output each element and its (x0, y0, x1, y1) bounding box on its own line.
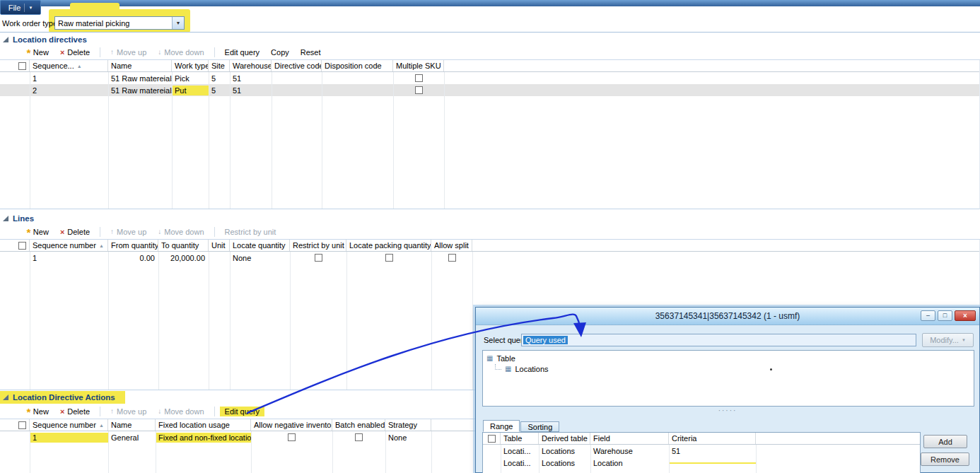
cell-sequence: 2 (30, 86, 108, 95)
cell-criteria[interactable]: 51 (669, 446, 756, 456)
remove-button[interactable]: Remove (921, 452, 969, 466)
column-header-sequence[interactable]: Sequence...▲ (30, 60, 108, 71)
tree-node-locations[interactable]: ▦ Locations (495, 363, 970, 374)
splitter-handle[interactable]: ····· (476, 409, 979, 412)
column-header-table[interactable]: Table (501, 433, 539, 444)
column-header-disposition-code[interactable]: Disposition code (322, 60, 393, 71)
dialog-title-bar[interactable]: 35637145341|35637145342 (1 - usmf) – □ × (476, 308, 979, 325)
copy-button[interactable]: Copy (266, 47, 294, 57)
grid-header-row: Sequence number▲ From quantity To quanti… (0, 240, 979, 252)
cell-restrict-by-unit (290, 253, 346, 262)
column-header-batch-enabled[interactable]: Batch enabled (332, 419, 385, 431)
column-header-field[interactable]: Field (590, 433, 669, 444)
cell-criteria-highlighted[interactable] (669, 462, 756, 464)
edit-query-button[interactable]: Edit query (220, 47, 265, 57)
column-header-directive-code[interactable]: Directive code (272, 60, 322, 71)
edit-query-button[interactable]: Edit query (220, 407, 265, 416)
table-row-selected[interactable]: 2 51 Raw matereials Put 5 51 (0, 84, 979, 96)
move-up-button[interactable]: ↑Move up (105, 47, 151, 57)
row-selector[interactable] (0, 90, 30, 91)
add-button[interactable]: Add (923, 435, 967, 448)
batch-enabled-checkbox[interactable] (355, 433, 363, 441)
select-all-checkbox[interactable] (18, 62, 26, 70)
column-header-unit[interactable]: Unit (209, 240, 230, 251)
allow-negative-inventory-checkbox[interactable] (288, 433, 296, 441)
section-title: Location directives (13, 35, 87, 44)
move-down-button[interactable]: ↓Move down (153, 407, 209, 416)
new-button[interactable]: *New (21, 407, 54, 416)
work-order-type-select[interactable]: Raw material picking ▼ (54, 16, 185, 30)
file-menu-button[interactable]: File ▼ (0, 0, 41, 15)
section-header-location-directives[interactable]: Location directives (0, 33, 87, 46)
column-header-multiple-sku[interactable]: Multiple SKU (393, 60, 444, 71)
column-header-from-quantity[interactable]: From quantity (108, 240, 158, 251)
column-header-name[interactable]: Name (108, 60, 172, 71)
tab-range[interactable]: Range (483, 420, 520, 432)
move-up-button[interactable]: ↑Move up (105, 407, 151, 416)
modify-button[interactable]: Modify...▼ (922, 333, 974, 347)
reset-button[interactable]: Reset (296, 47, 326, 57)
delete-button[interactable]: ×Delete (55, 47, 95, 57)
sort-asc-icon: ▲ (99, 243, 104, 248)
grid-line (209, 252, 209, 390)
delete-button[interactable]: ×Delete (55, 407, 95, 416)
column-header-strategy[interactable]: Strategy (385, 419, 431, 431)
new-button[interactable]: *New (21, 227, 54, 237)
section-header-lines[interactable]: Lines (0, 212, 34, 225)
column-header-to-quantity[interactable]: To quantity (158, 240, 209, 251)
multiple-sku-checkbox[interactable] (415, 86, 423, 94)
combo-dropdown-icon[interactable]: ▼ (172, 17, 184, 29)
select-all-checkbox[interactable] (18, 421, 26, 429)
move-down-button[interactable]: ↓Move down (153, 227, 209, 237)
column-header-warehouse[interactable]: Warehouse (230, 60, 272, 71)
row-selector[interactable] (0, 257, 30, 259)
maximize-button[interactable]: □ (938, 310, 952, 321)
column-header-name[interactable]: Name (108, 419, 156, 431)
locate-packing-quantity-checkbox[interactable] (385, 254, 393, 262)
column-header-allow-split[interactable]: Allow split (431, 240, 472, 251)
move-up-button[interactable]: ↑Move up (105, 227, 151, 237)
new-button[interactable]: *New (21, 47, 54, 57)
multiple-sku-checkbox[interactable] (415, 74, 423, 82)
file-caret-icon: ▼ (28, 6, 33, 10)
column-header-work-type[interactable]: Work type (172, 60, 209, 71)
column-header-locate-packing-quantity[interactable]: Locate packing quantity (346, 240, 431, 251)
column-header-sequence[interactable]: Sequence number▲ (30, 240, 108, 251)
select-query-input[interactable]: Query used (521, 334, 916, 346)
row-selector[interactable] (0, 78, 30, 79)
cell-work-type: Pick (172, 74, 209, 83)
toolbar-separator (214, 407, 215, 416)
work-order-type-label: Work order type: (2, 19, 59, 28)
tab-sorting[interactable]: Sorting (520, 421, 559, 432)
minimize-button[interactable]: – (921, 310, 935, 321)
restrict-by-unit-checkbox[interactable] (315, 254, 322, 262)
column-header-site[interactable]: Site (209, 60, 230, 71)
table-row[interactable]: 1 0.00 20,000.00 None (0, 252, 979, 264)
tree-node-table[interactable]: ▦ Table (486, 353, 970, 363)
select-all-checkbox[interactable] (18, 242, 26, 250)
restrict-by-unit-button[interactable]: Restrict by unit (220, 227, 281, 237)
section-header-location-directive-actions[interactable]: Location Directive Actions (0, 391, 125, 404)
row-selector[interactable] (0, 437, 30, 438)
column-header-sequence[interactable]: Sequence number▲ (30, 419, 108, 431)
table-row[interactable]: Locati... Locations Warehouse 51 (483, 445, 920, 457)
row-selector[interactable] (483, 462, 501, 464)
table-row[interactable]: 1 51 Raw matereials Pick 5 51 (0, 72, 979, 84)
column-header-allow-negative-inventory[interactable]: Allow negative inventory (251, 419, 332, 431)
move-down-button[interactable]: ↓Move down (153, 47, 209, 57)
select-all-checkbox[interactable] (488, 435, 496, 443)
allow-split-checkbox[interactable] (448, 254, 456, 262)
row-selector[interactable] (483, 450, 501, 452)
cell-name: 51 Raw matereials (108, 86, 172, 95)
delete-icon: × (60, 49, 64, 57)
delete-button[interactable]: ×Delete (55, 227, 95, 237)
column-header-restrict-by-unit[interactable]: Restrict by unit (290, 240, 346, 251)
column-header-criteria[interactable]: Criteria (669, 433, 756, 444)
column-header-locate-quantity[interactable]: Locate quantity (230, 240, 290, 251)
cell-work-type-highlighted: Put (172, 86, 209, 95)
column-header-fixed-location-usage[interactable]: Fixed location usage (156, 419, 251, 431)
column-header-derived-table[interactable]: Derived table (539, 433, 590, 444)
close-button[interactable]: × (955, 310, 976, 321)
table-row[interactable]: Locati... Locations Location (483, 457, 920, 469)
cell-sequence: 1 (30, 253, 108, 263)
